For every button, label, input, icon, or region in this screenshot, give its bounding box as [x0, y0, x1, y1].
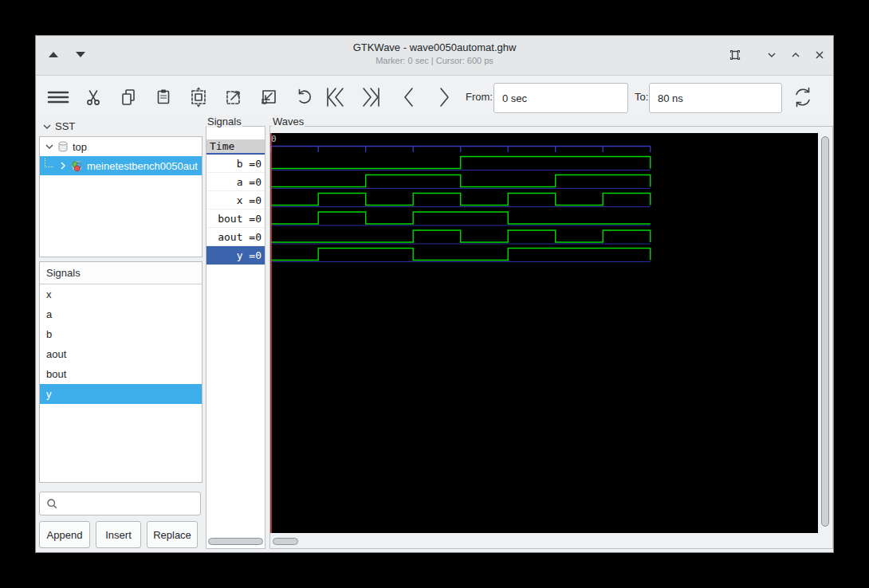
chevron-right-icon[interactable] [57, 160, 69, 171]
time-column-header[interactable]: Time [206, 139, 265, 155]
signals-frame-label: Signals [206, 116, 242, 127]
close-icon[interactable] [811, 46, 828, 64]
signal-list-header[interactable]: Signals [40, 262, 202, 284]
waves-hscrollbar[interactable] [270, 538, 818, 546]
list-item-b[interactable]: b [40, 324, 202, 344]
tree-item-label: meinetestbench0050aut [87, 160, 198, 172]
tree-item-meinetestbench[interactable]: meinetestbench0050aut [40, 156, 202, 175]
signal-search-box[interactable] [39, 492, 201, 515]
signal-row-b[interactable]: b =0 [206, 155, 265, 173]
list-item-a[interactable]: a [40, 304, 202, 324]
waves-hscrollbar-thumb[interactable] [273, 538, 298, 545]
search-icon [46, 498, 58, 510]
list-item-bout[interactable]: bout [40, 364, 202, 384]
gtkwave-window: GTKWave - wave0050automat.ghw Marker: 0 … [35, 35, 834, 553]
insert-button[interactable]: Insert [96, 521, 141, 548]
titlebar-text: GTKWave - wave0050automat.ghw Marker: 0 … [36, 41, 833, 66]
signal-row-bout[interactable]: bout =0 [206, 210, 265, 228]
waves-vscrollbar[interactable] [820, 133, 831, 533]
list-item-y[interactable]: y [40, 384, 202, 404]
signal-row-y[interactable]: y =0 [206, 246, 265, 265]
window-title: GTKWave - wave0050automat.ghw [36, 41, 833, 55]
zoom-fit-icon[interactable] [184, 83, 213, 112]
cut-icon[interactable] [79, 83, 108, 112]
list-item-x[interactable]: x [40, 284, 202, 304]
signal-row-x[interactable]: x =0 [206, 191, 265, 210]
minimize-icon[interactable] [763, 46, 781, 64]
chevron-down-icon [42, 122, 52, 131]
list-item-aout[interactable]: aout [40, 344, 202, 364]
signal-row-aout[interactable]: aout =0 [206, 228, 265, 246]
step-right-icon[interactable] [430, 83, 458, 112]
tree-item-top[interactable]: top [40, 137, 202, 156]
menu-icon[interactable] [44, 83, 73, 112]
zoom-out-icon[interactable] [254, 83, 283, 112]
titlebar: GTKWave - wave0050automat.ghw Marker: 0 … [36, 36, 833, 76]
from-input[interactable] [493, 83, 628, 113]
fit-window-icon[interactable] [726, 46, 744, 64]
undo-icon[interactable] [289, 83, 318, 112]
window-subtitle: Marker: 0 sec | Cursor: 600 ps [36, 55, 833, 66]
signal-row-a[interactable]: a =0 [206, 173, 265, 191]
svg-text:0: 0 [271, 134, 277, 144]
module-icon [57, 140, 69, 153]
names-hscrollbar[interactable] [206, 538, 265, 546]
go-to-end-icon[interactable] [356, 83, 385, 112]
signal-list: Signals x a b aout bout y [39, 261, 203, 483]
maximize-icon[interactable] [787, 46, 804, 64]
copy-icon[interactable] [114, 83, 143, 112]
names-hscrollbar-thumb[interactable] [208, 538, 263, 545]
append-button[interactable]: Append [39, 521, 90, 548]
tree-guide-line [45, 159, 53, 167]
from-label: From: [466, 91, 493, 103]
waves-canvas: 0 [270, 133, 818, 533]
sst-tree: top meinetestbench0050aut [39, 136, 203, 257]
paste-icon[interactable] [149, 83, 178, 112]
waves-vscrollbar-thumb[interactable] [821, 136, 829, 527]
component-icon [70, 159, 84, 173]
to-input[interactable] [649, 83, 782, 113]
to-label: To: [635, 91, 648, 103]
screenshot-root: GTKWave - wave0050automat.ghw Marker: 0 … [0, 0, 869, 588]
tree-item-label: top [73, 141, 87, 153]
zoom-in-icon[interactable] [219, 83, 248, 112]
go-to-start-icon[interactable] [321, 83, 350, 112]
chevron-down-icon[interactable] [44, 141, 55, 152]
sst-header[interactable]: SST [42, 120, 75, 132]
waves-frame-label: Waves [272, 116, 305, 127]
step-left-icon[interactable] [395, 83, 423, 112]
reload-icon[interactable] [788, 83, 817, 112]
sst-label: SST [55, 120, 75, 132]
replace-button[interactable]: Replace [147, 521, 198, 548]
wave-area[interactable]: 0 [270, 133, 818, 533]
toolbar: From: To: [36, 76, 833, 119]
